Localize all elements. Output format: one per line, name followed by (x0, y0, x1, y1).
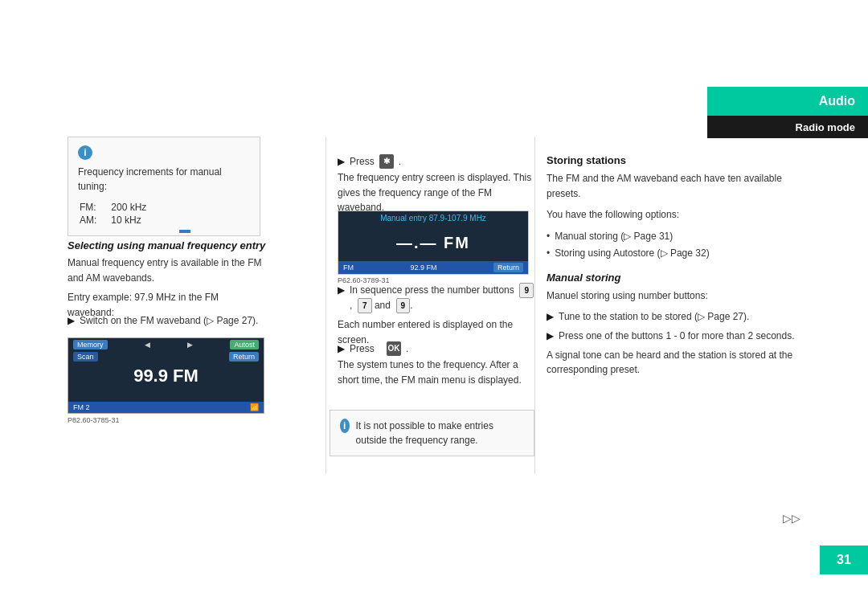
left-body1: Manual frequency entry is available in t… (68, 255, 264, 285)
arrow-left-icon: ◀ (145, 341, 150, 349)
bullet-item-2: • Storing using Autostore (▷ Page 32) (547, 246, 804, 260)
arrow-right-icon: ▶ (187, 341, 193, 349)
manual-fm-freq: 92.9 FM (410, 264, 436, 272)
right-column: Storing stations The FM and the AM waveb… (547, 154, 804, 382)
arrow-icon-right1: ▶ (547, 309, 554, 324)
manual-entry-screen: Manual entry 87.9-107.9 MHz —.— FM FM 92… (338, 210, 529, 275)
manual-fm-row: FM 92.9 FM Return (338, 261, 528, 274)
btn-9b: 9 (396, 298, 411, 313)
bullet-text-1: Manual storing (▷ Page 31) (555, 229, 673, 243)
left-instruction-text: Switch on the FM waveband (▷ Page 27). (80, 313, 258, 329)
radio-screen: Memory ◀ ▶ Autost Scan Return 99.9 FM FM… (68, 337, 264, 414)
manual-storing-body: Manuel storing using number buttons: (547, 288, 804, 304)
mid-press-instruction: ▶ Press ✱ . (338, 154, 401, 169)
continuation-arrows: ▷▷ (783, 512, 800, 525)
arrow-icon-press2: ▶ (338, 343, 345, 354)
section-heading: Selecting using manual frequency entry (68, 239, 265, 251)
bullet-dot-2: • (547, 246, 550, 260)
return-btn-mid (179, 230, 190, 233)
fm-label: FM: (80, 202, 109, 213)
btn-9: 9 (519, 283, 534, 298)
right-instruction-1-text: Tune to the station to be stored (▷ Page… (559, 309, 749, 324)
info-box-text: Frequency increments for manual tuning: (78, 165, 250, 194)
info-icon-mid: i (340, 419, 350, 433)
btn-7: 7 (358, 298, 372, 313)
info-icon: i (78, 145, 92, 160)
right-instruction-2-text: Press one of the buttons 1 - 0 for more … (559, 329, 795, 343)
star-btn-icon: ✱ (379, 154, 394, 169)
left-body-text: Manual frequency entry is available in t… (68, 255, 264, 320)
arrow-icon-left: ▶ (68, 313, 75, 329)
manual-freq-display: —.— FM (338, 225, 528, 261)
press2-label: Press (350, 343, 375, 354)
arrow-icon-seq: ▶ (338, 283, 345, 297)
right-instruction-3: A signal tone can be heard and the stati… (547, 348, 804, 377)
arrow-icon-mid: ▶ (338, 156, 345, 167)
mid-text1-p: The frequency entry screen is displayed.… (338, 170, 534, 215)
press-label: Press (350, 156, 375, 167)
bullet-dot-1: • (547, 229, 550, 243)
right-body1: The FM and the AM waveband each have ten… (547, 171, 804, 201)
right-body2: You have the following options: (547, 207, 804, 223)
mid-tunes-text: The system tunes to the frequency. After… (338, 358, 534, 387)
freq-table: FM: 200 kHz AM: 10 kHz (78, 200, 148, 227)
mid-tunes-p: The system tunes to the frequency. After… (338, 358, 534, 387)
radio-bottom-bar: FM 2 📶 (68, 402, 264, 413)
info-box-left: i Frequency increments for manual tuning… (68, 137, 260, 236)
period2: . (406, 343, 408, 354)
am-label: AM: (80, 215, 109, 226)
manual-storing-heading: Manual storing (547, 272, 804, 284)
bullet-item-1: • Manual storing (▷ Page 31) (547, 229, 804, 243)
bullet-text-2: Storing using Autostore (▷ Page 32) (555, 246, 709, 260)
band-label: FM 2 (73, 403, 90, 411)
manual-return-btn2: Return (493, 263, 523, 272)
radio-img-caption: P82.60-3785-31 (68, 416, 120, 424)
mid-seq-instruction: ▶ In sequence press the number buttons 9… (338, 283, 534, 313)
mid-press2-instruction: ▶ Press OK . (338, 341, 408, 356)
right-instruction-3-text: A signal tone can be heard and the stati… (547, 348, 804, 377)
autost-btn: Autost (230, 340, 259, 349)
signal-icon: 📶 (250, 403, 259, 411)
seq-text: In sequence press the number buttons 9, … (350, 283, 534, 313)
info-box-mid: i It is not possible to make entries out… (330, 410, 534, 456)
radio-top-bar: Memory ◀ ▶ Autost (68, 338, 264, 351)
manual-screen-title: Manual entry 87.9-107.9 MHz (338, 211, 528, 225)
audio-header: Audio (707, 87, 868, 116)
memory-btn: Memory (73, 340, 108, 349)
divider-left (326, 137, 326, 474)
info-box-mid-text: It is not possible to make entries outsi… (356, 419, 524, 447)
storing-heading: Storing stations (547, 154, 804, 166)
right-instruction-1: ▶ Tune to the station to be stored (▷ Pa… (547, 309, 804, 324)
right-instruction-2: ▶ Press one of the buttons 1 - 0 for mor… (547, 329, 804, 343)
page-number: 31 (820, 546, 868, 574)
radio-mode-header: Radio mode (707, 116, 868, 138)
divider-right (534, 137, 535, 474)
radio-freq-display: 99.9 FM (68, 362, 264, 388)
audio-label: Audio (819, 94, 855, 108)
left-instruction: ▶ Switch on the FM waveband (▷ Page 27). (68, 313, 264, 329)
am-value: 10 kHz (111, 215, 146, 226)
arrow-icon-right2: ▶ (547, 329, 554, 343)
mid-text1: The frequency entry screen is displayed.… (338, 170, 534, 215)
ok-btn-icon: OK (387, 341, 401, 356)
scan-btn: Scan (73, 352, 98, 362)
period: . (399, 156, 401, 167)
return-btn: Return (229, 352, 259, 362)
fm-value: 200 kHz (111, 202, 146, 213)
manual-fm-label: FM (343, 264, 354, 272)
radio-mode-label: Radio mode (796, 121, 855, 133)
